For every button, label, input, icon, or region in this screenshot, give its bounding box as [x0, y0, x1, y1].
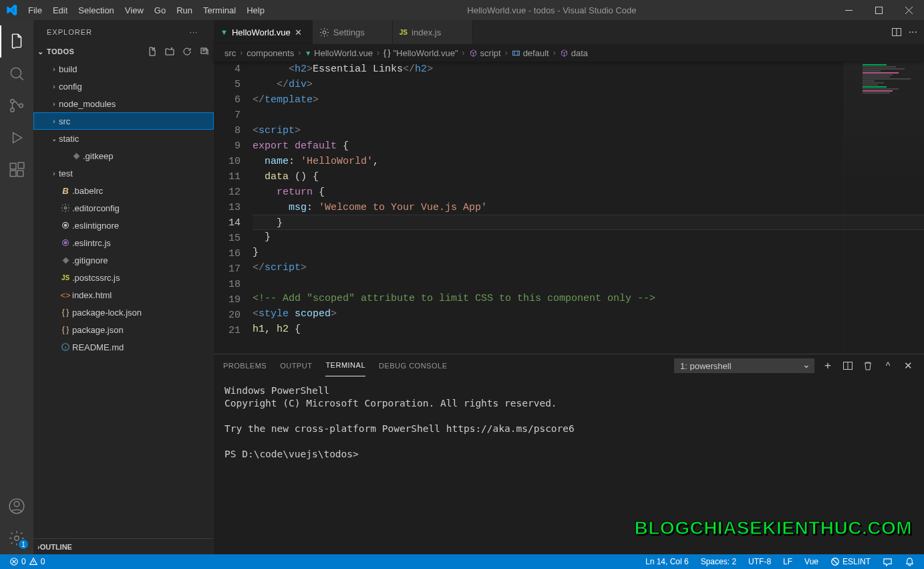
file--babelrc[interactable]: B.babelrc: [33, 182, 214, 199]
breadcrumb-item[interactable]: script: [469, 48, 501, 58]
feedback-icon[interactable]: [880, 557, 895, 567]
breadcrumbs[interactable]: src›components›▼HelloWorld.vue›{ }"Hello…: [214, 44, 924, 62]
panel-tab-problems[interactable]: PROBLEMS: [223, 354, 267, 376]
breadcrumb-item[interactable]: data: [560, 48, 588, 58]
maximize-panel-icon[interactable]: ^: [881, 359, 895, 372]
eslint-status[interactable]: ESLINT: [828, 557, 873, 566]
breadcrumb-item[interactable]: default: [512, 48, 549, 58]
folder-node_modules[interactable]: ›node_modules: [33, 95, 214, 112]
code-line: </div>: [253, 77, 924, 92]
search-activity-icon[interactable]: [0, 58, 33, 90]
breadcrumb-item[interactable]: src: [224, 48, 236, 58]
chevron-right-icon: ›: [505, 48, 508, 58]
code-editor[interactable]: 456789101112131415161718192021 <h2>Essen…: [214, 62, 924, 354]
accounts-activity-icon[interactable]: [0, 490, 33, 522]
collapse-all-icon[interactable]: [198, 45, 211, 58]
new-folder-icon[interactable]: [163, 45, 176, 58]
refresh-icon[interactable]: [180, 45, 194, 58]
tab-index-js[interactable]: JSindex.js✕: [393, 20, 473, 44]
vue-icon: ▼: [220, 28, 228, 36]
eol-status[interactable]: LF: [780, 557, 795, 566]
file-index-html[interactable]: <>index.html: [33, 286, 214, 304]
folder-static[interactable]: ⌄static: [33, 130, 214, 147]
panel-tab-output[interactable]: OUTPUT: [280, 354, 312, 376]
menu-help[interactable]: Help: [241, 0, 270, 20]
extensions-activity-icon[interactable]: [0, 154, 33, 186]
explorer-activity-icon[interactable]: [0, 25, 33, 58]
new-terminal-icon[interactable]: +: [821, 359, 834, 372]
line-number: 20: [214, 308, 241, 323]
line-number: 11: [214, 169, 241, 185]
tab-Settings[interactable]: Settings✕: [313, 20, 393, 44]
new-file-icon[interactable]: [146, 45, 159, 58]
folder-test[interactable]: ›test: [33, 164, 214, 182]
indentation-status[interactable]: Spaces: 2: [698, 557, 739, 566]
notifications-icon[interactable]: [902, 557, 917, 567]
file--postcssrc-js[interactable]: JS.postcssrc.js: [33, 269, 214, 286]
source-control-activity-icon[interactable]: [0, 90, 33, 122]
folder-src[interactable]: ›src: [33, 112, 214, 130]
terminal[interactable]: Windows PowerShellCopyright (C) Microsof…: [214, 376, 924, 554]
menu-terminal[interactable]: Terminal: [198, 0, 241, 20]
file--gitignore[interactable]: .gitignore: [33, 251, 214, 269]
tab-more-icon[interactable]: ···: [909, 26, 917, 38]
outline-header[interactable]: › OUTLINE: [33, 538, 214, 554]
menu-go[interactable]: Go: [149, 0, 171, 20]
kill-terminal-icon[interactable]: [861, 359, 875, 372]
breadcrumb-item[interactable]: { }"HelloWorld.vue": [383, 48, 458, 58]
terminal-selector[interactable]: 1: powershell: [674, 358, 814, 373]
encoding-status[interactable]: UTF-8: [746, 557, 774, 566]
code-line: [253, 275, 924, 291]
file-tree: ›build›config›node_modules›src⌄static.gi…: [33, 60, 214, 538]
close-tab-icon[interactable]: ✕: [295, 27, 305, 37]
panel-tab-debug-console[interactable]: DEBUG CONSOLE: [379, 354, 447, 376]
menu-run[interactable]: Run: [171, 0, 198, 20]
folder-build[interactable]: ›build: [33, 60, 214, 78]
menu-file[interactable]: File: [23, 0, 47, 20]
cursor-position[interactable]: Ln 14, Col 6: [643, 557, 691, 566]
folder-config[interactable]: ›config: [33, 78, 214, 95]
language-status[interactable]: Vue: [802, 557, 821, 566]
split-terminal-icon[interactable]: [841, 359, 855, 372]
terminal-line: Copyright (C) Microsoft Corporation. All…: [224, 397, 913, 410]
file--eslintignore[interactable]: .eslintignore: [33, 217, 214, 234]
svg-point-3: [11, 100, 14, 103]
debug-activity-icon[interactable]: [0, 122, 33, 154]
split-editor-icon[interactable]: [891, 27, 902, 37]
breadcrumb-item[interactable]: ▼HelloWorld.vue: [305, 48, 373, 58]
close-button[interactable]: [894, 0, 924, 20]
line-number: 4: [214, 62, 241, 77]
close-panel-icon[interactable]: ✕: [901, 359, 915, 372]
svg-point-11: [14, 501, 19, 507]
minimize-button[interactable]: [834, 0, 864, 20]
file-package-lock-json[interactable]: { }package-lock.json: [33, 304, 214, 321]
file-README-md[interactable]: README.md: [33, 338, 214, 356]
maximize-button[interactable]: [864, 0, 894, 20]
sidebar-title: EXPLORER: [47, 28, 187, 36]
terminal-line: [224, 410, 913, 423]
settings-activity-icon[interactable]: 1: [0, 522, 33, 554]
file--editorconfig[interactable]: .editorconfig: [33, 199, 214, 217]
file--gitkeep[interactable]: .gitkeep: [33, 147, 214, 164]
menu-selection[interactable]: Selection: [73, 0, 119, 20]
svg-rect-0: [845, 10, 853, 11]
sidebar-more-icon[interactable]: ···: [187, 25, 200, 39]
diamond-icon: [59, 256, 72, 265]
svg-rect-23: [512, 51, 519, 55]
menu-view[interactable]: View: [120, 0, 149, 20]
svg-point-2: [11, 68, 21, 78]
breadcrumb-item[interactable]: components: [247, 48, 294, 58]
sidebar-folder-header[interactable]: ⌄ TODOS: [33, 43, 214, 60]
svg-point-20: [323, 31, 326, 34]
ⓘ-icon: [59, 342, 72, 352]
line-number: 6: [214, 92, 241, 108]
vscode-logo-icon: [0, 4, 23, 16]
braces-icon: { }: [383, 48, 390, 58]
panel-tab-terminal[interactable]: TERMINAL: [325, 354, 365, 376]
tab-HelloWorld-vue[interactable]: ▼HelloWorld.vue✕: [214, 20, 313, 44]
problems-status[interactable]: 0 0: [7, 554, 47, 569]
file-package-json[interactable]: { }package.json: [33, 321, 214, 338]
minimap[interactable]: [844, 62, 924, 354]
file--eslintrc-js[interactable]: .eslintrc.js: [33, 234, 214, 251]
menu-edit[interactable]: Edit: [47, 0, 73, 20]
